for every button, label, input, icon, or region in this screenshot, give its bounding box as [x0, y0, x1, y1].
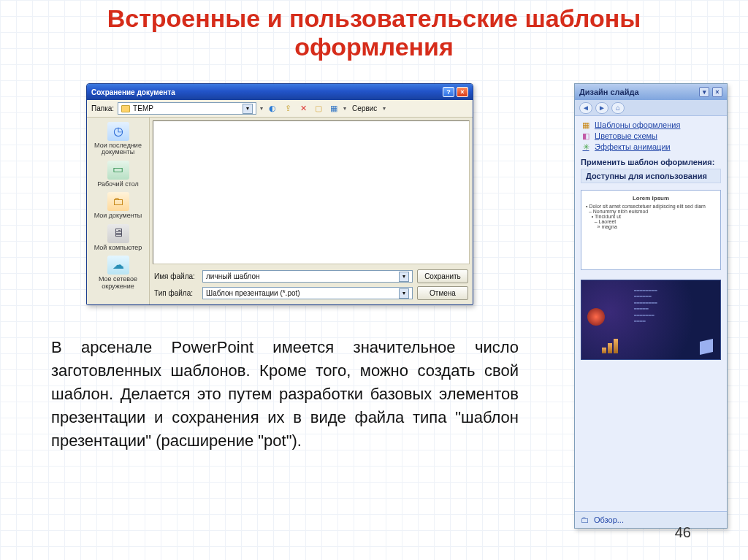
desktop-icon: ▭ — [107, 161, 129, 180]
pane-close-icon[interactable]: × — [712, 87, 722, 97]
cancel-button[interactable]: Отмена — [417, 286, 468, 300]
pane-title: Дизайн слайда — [579, 88, 639, 96]
place-label: Мой компьютер — [94, 245, 142, 251]
new-folder-icon[interactable]: ▢ — [313, 103, 324, 115]
template-thumb-dark[interactable]: ━━━━━━━━━━━━━━━━━━━━━━━━━━━━━━━━━━━━━━ — [581, 280, 721, 360]
thumb-lines: ━━━━━━━━━━━━━━━━━━━━━━━━━━━━━━━━━━━━━━ — [634, 288, 714, 324]
place-network[interactable]: ☁Мое сетевое окружение — [90, 256, 146, 290]
views-icon[interactable]: ▦ — [328, 103, 340, 115]
places-bar: ◷Мои последние документы ▭Рабочий стол 🗀… — [87, 118, 150, 304]
folder-label: Папка: — [91, 104, 114, 112]
link-label: Шаблоны оформления — [595, 120, 680, 129]
pane-menu-icon[interactable]: ▾ — [699, 87, 709, 97]
nav-back-icon[interactable]: ◄ — [579, 102, 592, 114]
tools-menu[interactable]: Сервис — [350, 104, 379, 112]
thumb-graphic-icon — [587, 308, 605, 326]
link-label: Эффекты анимации — [595, 142, 671, 151]
chevron-down-icon[interactable]: ▾ — [399, 272, 409, 282]
slide-body: В арсенале PowerPoint имеется значительн… — [51, 336, 519, 453]
network-icon: ☁ — [107, 256, 129, 275]
file-list[interactable] — [153, 120, 470, 264]
place-recent[interactable]: ◷Мои последние документы — [90, 122, 146, 156]
place-label: Рабочий стол — [97, 181, 139, 188]
place-label: Мои документы — [94, 212, 142, 219]
filename-input[interactable]: личный шаблон▾ — [202, 270, 413, 283]
filename-label: Имя файла: — [154, 272, 198, 280]
thumb-bars-icon — [602, 339, 618, 353]
delete-icon[interactable]: ✕ — [297, 103, 309, 115]
computer-icon: 🖥 — [107, 224, 129, 243]
back-icon[interactable]: ◐ — [267, 103, 278, 115]
link-label: Цветовые схемы — [595, 131, 657, 140]
save-button[interactable]: Сохранить — [417, 269, 468, 283]
folder-combo[interactable]: TEMP ▾ — [118, 102, 256, 115]
apply-label: Применить шаблон оформления: — [581, 158, 721, 166]
nav-fwd-icon[interactable]: ► — [595, 102, 608, 114]
page-number: 46 — [675, 524, 691, 541]
link-templates[interactable]: ▦Шаблоны оформления — [581, 120, 721, 129]
close-button[interactable]: × — [457, 87, 468, 97]
recent-icon: ◷ — [107, 122, 129, 141]
templates-icon: ▦ — [581, 120, 591, 129]
design-task-pane: Дизайн слайда ▾ × ◄ ► ⌂ ▦Шаблоны оформле… — [574, 83, 728, 529]
filetype-input[interactable]: Шаблон презентации (*.pot)▾ — [202, 287, 413, 299]
place-documents[interactable]: 🗀Мои документы — [90, 192, 146, 219]
group-available: Доступны для использования — [581, 169, 721, 183]
place-desktop[interactable]: ▭Рабочий стол — [90, 161, 146, 188]
browse-link[interactable]: Обзор... — [594, 515, 624, 524]
thumb-title: Lorem Ipsum — [586, 195, 716, 202]
folder-icon — [121, 105, 130, 112]
filetype-value: Шаблон презентации (*.pot) — [206, 289, 300, 297]
folder-dd[interactable]: ▾ — [260, 105, 263, 112]
pane-header[interactable]: Дизайн слайда ▾ × — [575, 84, 727, 100]
dialog-titlebar[interactable]: Сохранение документа ? × — [87, 84, 473, 100]
tools-dd[interactable]: ▾ — [383, 105, 386, 112]
link-anim[interactable]: ✳Эффекты анимации — [581, 142, 721, 151]
thumb-body: • Dolor sit amet consectetuer adipiscing… — [586, 204, 716, 229]
place-computer[interactable]: 🖥Мой компьютер — [90, 224, 146, 251]
help-button[interactable]: ? — [443, 87, 454, 97]
nav-home-icon[interactable]: ⌂ — [611, 102, 625, 114]
views-dd[interactable]: ▾ — [343, 105, 346, 112]
dialog-toolbar: Папка: TEMP ▾ ▾ ◐ ⇪ ✕ ▢ ▦ ▾ Сервис ▾ — [87, 100, 473, 118]
browse-icon: 🗀 — [581, 515, 589, 525]
filename-value: личный шаблон — [206, 272, 260, 280]
anim-icon: ✳ — [581, 142, 591, 151]
save-dialog: Сохранение документа ? × Папка: TEMP ▾ ▾… — [86, 83, 473, 305]
link-colors[interactable]: ◧Цветовые схемы — [581, 131, 721, 140]
thumb-cube-icon — [700, 339, 713, 355]
place-label: Мое сетевое окружение — [90, 276, 146, 290]
pane-nav: ◄ ► ⌂ — [575, 100, 727, 116]
dialog-title: Сохранение документа — [91, 88, 175, 96]
template-thumb-default[interactable]: Lorem Ipsum • Dolor sit amet consectetue… — [581, 190, 721, 270]
slide-title: Встроенные и пользовательские шаблоны оф… — [0, 0, 748, 69]
chevron-down-icon[interactable]: ▾ — [399, 288, 409, 299]
filetype-label: Тип файла: — [154, 289, 198, 297]
documents-icon: 🗀 — [107, 192, 129, 211]
pane-footer: 🗀 Обзор... — [575, 511, 727, 528]
folder-value: TEMP — [133, 104, 153, 112]
up-folder-icon[interactable]: ⇪ — [282, 103, 294, 115]
place-label: Мои последние документы — [90, 142, 146, 156]
colors-icon: ◧ — [581, 131, 591, 140]
chevron-down-icon[interactable]: ▾ — [243, 104, 253, 114]
